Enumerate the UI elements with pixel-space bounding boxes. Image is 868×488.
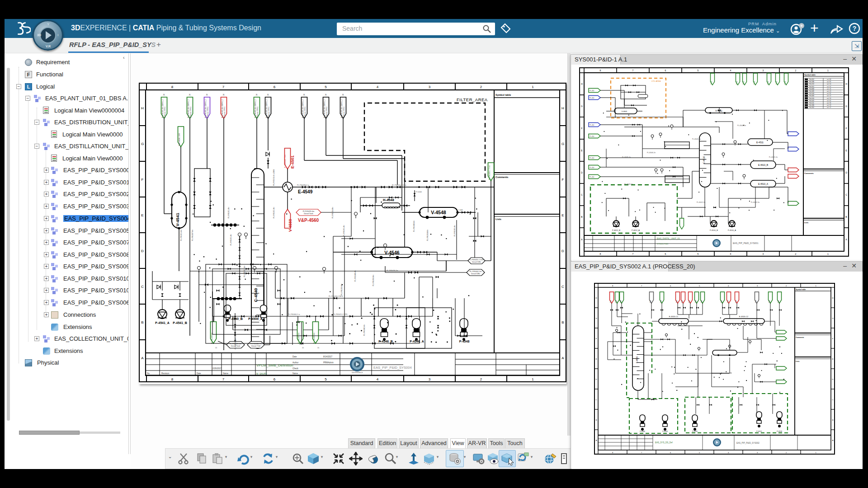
svg-text:G: G: [595, 317, 597, 319]
svg-text:PL-P45058-4in: PL-P45058-4in: [373, 275, 374, 286]
svg-text:P-steam LP Trtm: P-steam LP Trtm: [284, 155, 286, 168]
svg-text:Pd-440: Pd-440: [809, 95, 814, 97]
svg-text:7: 7: [222, 377, 225, 381]
svg-text:E-4520-C2: E-4520-C2: [739, 315, 749, 318]
svg-text:G: G: [832, 317, 833, 319]
svg-text:4-Phase-SYS1: 4-Phase-SYS1: [304, 107, 306, 118]
svg-text:Pd-901: Pd-901: [809, 86, 814, 88]
svg-text:B: B: [561, 320, 564, 324]
svg-text:H: H: [596, 297, 597, 299]
svg-text:PL-P45001-4in-DBS0_2: PL-P45001-4in-DBS0_2: [222, 99, 223, 118]
svg-text:PL-P45008-4in: PL-P45008-4in: [313, 333, 315, 344]
svg-text:Pd-544: Pd-544: [809, 93, 814, 94]
svg-text:PL-P45060-1 in: PL-P45060-1 in: [288, 314, 300, 315]
svg-text:F: F: [845, 127, 847, 130]
svg-text:3: 3: [763, 69, 764, 72]
svg-text:8: 8: [171, 377, 174, 381]
svg-text:val .12: val .12: [827, 95, 831, 97]
svg-text:24: 24: [303, 94, 305, 96]
svg-text:2: 2: [480, 85, 482, 89]
svg-text:F: F: [581, 127, 582, 130]
svg-text:PL-P45002-4in-DBS: PL-P45002-4in-DBS: [273, 169, 275, 186]
svg-text:6: 6: [665, 69, 666, 72]
svg-text:PL-450: PL-450: [590, 167, 594, 169]
svg-text:E-4520-C1: E-4520-C1: [669, 315, 679, 318]
svg-text:Author: Author: [292, 361, 299, 364]
svg-text:H: H: [141, 106, 144, 110]
svg-text:2: 2: [480, 377, 482, 381]
svg-text:P-45: P-45: [735, 300, 737, 303]
svg-text:7: 7: [632, 69, 634, 72]
svg-text:F: F: [142, 178, 144, 182]
svg-text:4-Phase-SYS1: 4-Phase-SYS1: [343, 107, 345, 118]
svg-text:P-4612_A: P-4612_A: [632, 229, 640, 231]
svg-text:4-Phase-SYS1: 4-Phase-SYS1: [224, 107, 226, 118]
svg-text:15: 15: [302, 347, 304, 349]
svg-text:PL-P45054-4in: PL-P45054-4in: [427, 230, 429, 241]
svg-text:Pd-452: Pd-452: [809, 79, 814, 80]
svg-text:V-4541: V-4541: [175, 212, 180, 226]
svg-text:P-4540: P-4540: [640, 431, 645, 432]
svg-text:P-45: P-45: [769, 300, 770, 303]
svg-text:P-4541_A: P-4541_A: [155, 321, 170, 324]
svg-text:PL-45052-2in: PL-45052-2in: [751, 202, 760, 203]
svg-text:Lists: Lists: [804, 221, 809, 224]
svg-text:H: H: [832, 297, 834, 299]
svg-text:24: 24: [223, 94, 225, 96]
svg-text:P-45: P-45: [689, 300, 690, 303]
svg-text:PL-P45001-4in-DBS0_2: PL-P45001-4in-DBS0_2: [302, 99, 304, 118]
svg-text:Pd-186: Pd-186: [809, 81, 814, 83]
svg-text:Diesel DBs: Diesel DBs: [472, 261, 481, 263]
svg-text:7: 7: [632, 253, 634, 255]
svg-text:P-45: P-45: [727, 300, 729, 303]
svg-text:24: 24: [342, 94, 344, 96]
svg-text:PL-P45021-1 NPS: PL-P45021-1 NPS: [333, 314, 348, 315]
svg-text:PL-45: PL-45: [776, 81, 778, 84]
svg-text:P-4520: P-4520: [692, 431, 698, 432]
svg-text:2-406: 2-406: [458, 209, 463, 211]
svg-text:Name: Name: [223, 372, 229, 375]
svg-text:H: H: [581, 83, 583, 85]
svg-text:val .50: val .50: [827, 83, 831, 85]
svg-text:PL-P45014-4in: PL-P45014-4in: [332, 207, 334, 218]
svg-text:EAS_PIP_P&ID_SYS004: EAS_PIP_P&ID_SYS004: [373, 366, 412, 370]
svg-text:4-Phase-SYS1: 4-Phase-SYS1: [190, 107, 192, 118]
svg-text:24: 24: [267, 94, 269, 96]
svg-text:4-Phase-SYS1: 4-Phase-SYS1: [257, 107, 259, 118]
svg-text:P-45: P-45: [660, 300, 662, 303]
svg-text:val .96: val .96: [827, 102, 831, 104]
svg-text:PL-450: PL-450: [590, 136, 594, 137]
svg-text:E-4510_A: E-4510_A: [758, 183, 769, 185]
svg-text:PL-45012-2in: PL-45012-2in: [697, 202, 705, 203]
svg-text:A: A: [832, 439, 834, 441]
svg-text:1: 1: [532, 85, 534, 89]
svg-text:val .23: val .23: [827, 90, 831, 92]
svg-text:P-4510_B: P-4510_B: [710, 229, 718, 231]
svg-text:D: D: [141, 249, 144, 253]
svg-text:PL-P45007-4in: PL-P45007-4in: [192, 230, 193, 241]
svg-text:Comments: Comments: [804, 172, 814, 174]
svg-text:G: G: [581, 105, 583, 108]
svg-text:VPLM_SMB_Definition: VPLM_SMB_Definition: [256, 363, 293, 367]
svg-text:TY-4141: TY-4141: [415, 191, 422, 193]
svg-text:PL-P45001-4in-DBS0_2: PL-P45001-4in-DBS0_2: [205, 99, 207, 118]
svg-text:SYS001-P&ID: SYS001-P&ID: [657, 243, 668, 245]
svg-text:D: D: [561, 249, 564, 253]
svg-text:6: 6: [274, 85, 276, 89]
svg-text:24: 24: [256, 94, 258, 96]
svg-text:UTIL AREA: UTIL AREA: [651, 80, 661, 82]
svg-text:2/26/2017: 2/26/2017: [212, 367, 222, 370]
svg-text:6: 6: [274, 377, 276, 381]
svg-text:2: 2: [795, 69, 797, 72]
svg-text:3: 3: [763, 253, 764, 255]
svg-text:C-4540: C-4540: [253, 288, 258, 302]
svg-text:P-45: P-45: [721, 300, 722, 303]
svg-text:3DEXPERIENCE: 3DEXPERIENCE: [352, 372, 363, 374]
svg-text:E: E: [141, 213, 143, 217]
svg-text:3: 3: [429, 377, 431, 381]
svg-text:24: 24: [163, 94, 165, 96]
svg-text:Symbol table: Symbol table: [495, 94, 511, 96]
svg-text:Symbol table: Symbol table: [804, 74, 816, 76]
svg-text:15: 15: [215, 347, 217, 349]
svg-text:P-4546_A: P-4546_A: [410, 340, 424, 343]
